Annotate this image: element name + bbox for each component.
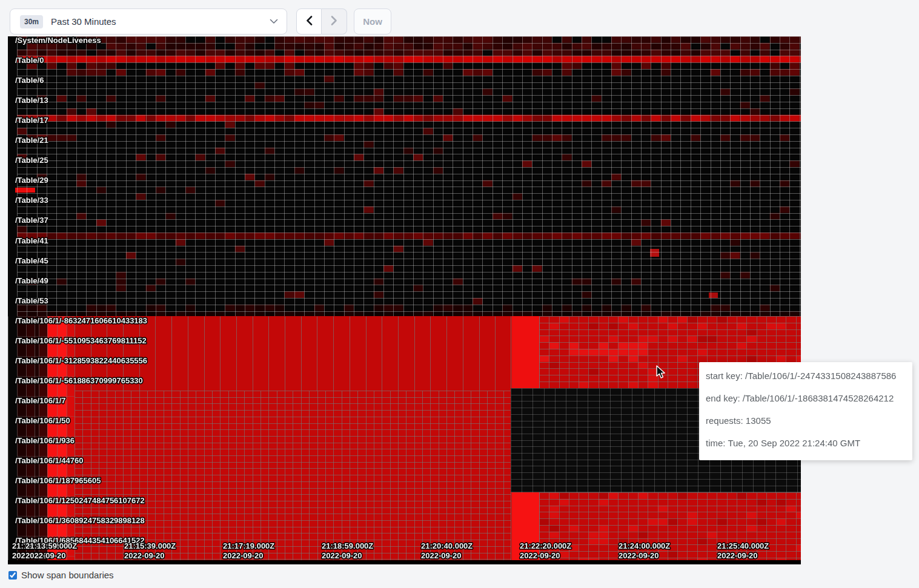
- tooltip-time: time: Tue, 20 Sep 2022 21:24:40 GMT: [706, 437, 903, 449]
- time-range-dropdown[interactable]: 30m Past 30 Minutes: [10, 8, 287, 35]
- next-time-button[interactable]: [322, 8, 347, 35]
- time-range-label: Past 30 Minutes: [51, 16, 270, 27]
- now-button[interactable]: Now: [354, 8, 391, 35]
- chevron-left-icon: [305, 15, 313, 28]
- time-toolbar: 30m Past 30 Minutes Now: [0, 0, 919, 35]
- heatmap-tooltip: start key: /Table/106/1/-247433150824388…: [699, 362, 912, 460]
- key-visualizer-heatmap[interactable]: [8, 36, 801, 564]
- tooltip-start-key: start key: /Table/106/1/-247433150824388…: [706, 370, 903, 382]
- time-window-badge: 30m: [20, 15, 43, 28]
- prev-time-button[interactable]: [296, 8, 322, 35]
- show-span-boundaries-label[interactable]: Show span boundaries: [21, 570, 114, 580]
- chevron-down-icon: [270, 19, 278, 24]
- time-nav-group: [296, 8, 347, 35]
- key-visualizer-container: start key: /Table/106/1/-247433150824388…: [8, 36, 801, 564]
- key-visualizer-page: 30m Past 30 Minutes Now start key: /Tabl…: [0, 0, 919, 588]
- tooltip-end-key: end key: /Table/106/1/-18683814745282642…: [706, 392, 903, 405]
- tooltip-requests: requests: 13055: [706, 415, 903, 427]
- show-span-boundaries-checkbox[interactable]: [8, 571, 17, 580]
- chevron-right-icon: [330, 15, 338, 28]
- heatmap-footer: Show span boundaries: [8, 570, 919, 580]
